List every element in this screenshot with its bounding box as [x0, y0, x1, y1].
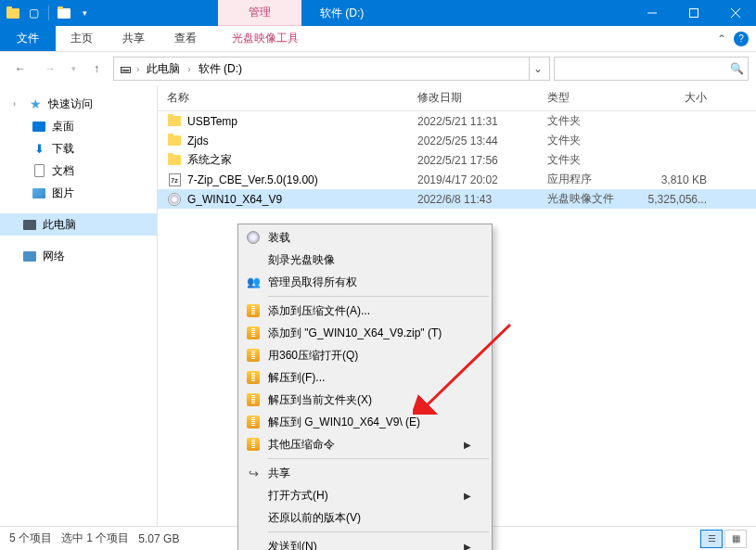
contextual-tab-manage[interactable]: 管理	[218, 0, 301, 26]
cm-add-archive[interactable]: 添加到压缩文件(A)...	[240, 300, 490, 322]
nav-forward-button[interactable]: →	[37, 56, 63, 82]
sidebar-documents[interactable]: 文档	[0, 160, 157, 182]
sidebar-item-label: 快速访问	[48, 96, 93, 112]
cm-label: 解压到 G_WIN10_X64_V9\ (E)	[268, 415, 471, 430]
search-icon: 🔍	[730, 62, 744, 75]
admin-icon: 👥	[244, 273, 263, 291]
file-row[interactable]: G_WIN10_X64_V9 2022/6/8 11:43 光盘映像文件 5,3…	[158, 189, 756, 209]
menu-separator	[268, 531, 489, 532]
status-selection: 选中 1 个项目	[61, 531, 129, 546]
cm-other-compress[interactable]: 其他压缩命令 ▶	[240, 433, 490, 455]
cm-mount[interactable]: 装载	[240, 226, 490, 249]
qat-dropdown-icon[interactable]: ▾	[75, 4, 94, 22]
submenu-arrow-icon: ▶	[464, 542, 471, 551]
cm-label: 装载	[268, 230, 471, 246]
file-type: 文件夹	[538, 133, 640, 148]
nav-recent-dropdown[interactable]: ▾	[67, 56, 80, 82]
file-date: 2022/5/21 11:31	[408, 115, 538, 128]
cm-label: 用360压缩打开(Q)	[268, 348, 471, 364]
column-header-date[interactable]: 修改日期	[408, 90, 538, 106]
breadcrumb-drive-icon: 🖴	[118, 61, 133, 76]
file-name: G_WIN10_X64_V9	[187, 193, 282, 206]
column-header-size[interactable]: 大小	[640, 90, 724, 106]
archive-icon	[244, 346, 263, 365]
archive-icon	[244, 368, 263, 387]
cm-extract-here[interactable]: 解压到当前文件夹(X)	[240, 389, 490, 411]
window-controls	[631, 0, 756, 26]
file-row[interactable]: 7z7-Zip_CBE_Ver.5.0(19.00) 2019/4/17 20:…	[158, 170, 756, 189]
sidebar-pictures[interactable]: 图片	[0, 182, 157, 204]
document-icon	[32, 163, 46, 178]
ribbon-tab-view[interactable]: 查看	[160, 26, 211, 51]
column-header-type[interactable]: 类型	[538, 90, 640, 106]
cm-label: 管理员取得所有权	[268, 275, 471, 290]
column-header-name[interactable]: 名称	[158, 90, 408, 106]
ribbon-tab-disc-tools[interactable]: 光盘映像工具	[217, 26, 314, 51]
file-name: 7-Zip_CBE_Ver.5.0(19.00)	[187, 173, 318, 186]
cm-label: 添加到 "G_WIN10_X64_V9.zip" (T)	[268, 326, 471, 341]
search-input[interactable]: 🔍	[554, 57, 749, 81]
chevron-right-icon[interactable]: ›	[186, 64, 192, 74]
share-icon: ↪	[244, 464, 263, 482]
file-row[interactable]: USBTemp 2022/5/21 11:31 文件夹	[158, 111, 756, 131]
cm-extract-named[interactable]: 解压到 G_WIN10_X64_V9\ (E)	[240, 411, 490, 433]
breadcrumb-item[interactable]: 软件 (D:)	[195, 59, 246, 79]
address-bar: ← → ▾ ↑ 🖴 › 此电脑 › 软件 (D:) ⌄ 🔍	[0, 52, 756, 85]
help-icon[interactable]: ?	[734, 32, 749, 46]
minimize-button[interactable]	[631, 0, 673, 26]
download-icon: ⬇	[32, 141, 46, 156]
sidebar-desktop[interactable]: 桌面	[0, 115, 157, 137]
ribbon-tab-home[interactable]: 主页	[56, 26, 108, 51]
quickaccess-icon: ★	[28, 96, 43, 111]
folder-icon	[167, 114, 182, 129]
cm-open-360[interactable]: 用360压缩打开(Q)	[240, 344, 490, 366]
status-size: 5.07 GB	[138, 532, 179, 545]
sidebar-item-label: 图片	[52, 185, 74, 201]
view-details-button[interactable]: ☰	[700, 530, 723, 548]
sidebar-network[interactable]: 网络	[0, 245, 157, 267]
mount-icon	[244, 228, 263, 247]
file-date: 2022/6/8 11:43	[408, 193, 538, 206]
archive-icon	[244, 413, 263, 431]
cm-admin-ownership[interactable]: 👥 管理员取得所有权	[240, 271, 490, 293]
cm-extract-to[interactable]: 解压到(F)...	[240, 366, 490, 389]
status-item-count: 5 个项目	[9, 531, 52, 546]
folder-icon	[167, 153, 182, 168]
sidebar-downloads[interactable]: ⬇ 下载	[0, 137, 157, 160]
cm-send-to[interactable]: 发送到(N) ▶	[240, 535, 490, 550]
file-type: 文件夹	[538, 113, 640, 129]
view-large-button[interactable]: ▦	[724, 530, 747, 548]
sidebar-this-pc[interactable]: 此电脑	[0, 213, 157, 236]
close-button[interactable]	[714, 0, 756, 26]
sidebar-quick-access[interactable]: › ★ 快速访问	[0, 93, 157, 115]
qat-properties-icon[interactable]: ▢	[24, 4, 43, 22]
column-headers: 名称 修改日期 类型 大小	[158, 85, 756, 111]
breadcrumb-dropdown-icon[interactable]: ⌄	[529, 58, 545, 80]
ribbon-tab-share[interactable]: 共享	[108, 26, 160, 51]
nav-back-button[interactable]: ←	[7, 56, 33, 82]
archive-icon	[244, 324, 263, 342]
file-date: 2022/5/21 17:56	[408, 154, 538, 167]
cm-restore-versions[interactable]: 还原以前的版本(V)	[240, 506, 490, 529]
qat-newfolder-icon[interactable]	[55, 4, 73, 22]
folder-icon	[167, 134, 182, 148]
file-row[interactable]: Zjds 2022/5/25 13:44 文件夹	[158, 131, 756, 150]
cm-open-with[interactable]: 打开方式(H) ▶	[240, 484, 490, 506]
ribbon-tabs: 文件 主页 共享 查看 光盘映像工具 ⌃ ?	[0, 26, 756, 52]
file-row[interactable]: 系统之家 2022/5/21 17:56 文件夹	[158, 150, 756, 170]
cm-share[interactable]: ↪ 共享	[240, 462, 490, 484]
maximize-button[interactable]	[673, 0, 714, 26]
breadcrumb-item[interactable]: 此电脑	[143, 59, 184, 79]
cm-label: 共享	[268, 466, 471, 481]
cm-add-named-zip[interactable]: 添加到 "G_WIN10_X64_V9.zip" (T)	[240, 322, 490, 344]
ribbon-collapse-icon[interactable]: ⌃	[717, 32, 726, 45]
sidebar-item-label: 文档	[52, 163, 74, 179]
chevron-right-icon[interactable]: ›	[135, 64, 141, 74]
file-date: 2022/5/25 13:44	[408, 134, 538, 147]
breadcrumb[interactable]: 🖴 › 此电脑 › 软件 (D:) ⌄	[113, 57, 550, 81]
cm-burn[interactable]: 刻录光盘映像	[240, 249, 490, 271]
iso-icon	[167, 192, 182, 207]
ribbon-file-tab[interactable]: 文件	[0, 26, 56, 51]
nav-up-button[interactable]: ↑	[83, 56, 109, 82]
chevron-right-icon[interactable]: ›	[13, 99, 22, 109]
